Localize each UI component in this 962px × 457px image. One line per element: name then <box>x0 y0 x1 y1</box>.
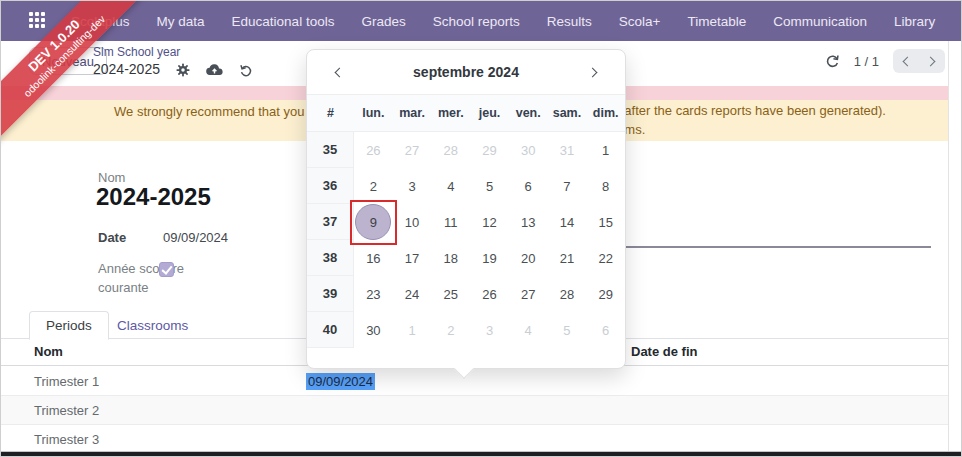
calendar-day[interactable]: 29 <box>470 132 509 168</box>
calendar-day[interactable]: 18 <box>431 240 470 276</box>
navbar-menu: ScolaplusMy dataEducational toolsGradesS… <box>71 14 962 29</box>
calendar-week-number: 36 <box>307 168 354 204</box>
date-label: Date <box>98 230 126 245</box>
calendar-day[interactable]: 8 <box>586 168 625 204</box>
calendar-week-number: 35 <box>307 132 354 168</box>
date-value[interactable]: 09/09/2024 <box>163 230 228 245</box>
calendar-day[interactable]: 21 <box>548 240 587 276</box>
calendar-day[interactable]: 29 <box>586 276 625 312</box>
calendar-day[interactable]: 17 <box>393 240 432 276</box>
nav-item-my-data[interactable]: My data <box>157 14 205 29</box>
calendar-day[interactable]: 28 <box>431 132 470 168</box>
calendar-day[interactable]: 31 <box>548 132 587 168</box>
calendar-day[interactable]: 11 <box>431 204 470 240</box>
calendar-day-selected[interactable]: 9 <box>354 204 393 240</box>
column-header-name: Nom <box>34 344 63 359</box>
gear-icon[interactable] <box>176 63 190 77</box>
calendar-week-row: 4030123456 <box>307 312 625 348</box>
calendar-day[interactable]: 14 <box>548 204 587 240</box>
calendar-day[interactable]: 6 <box>509 168 548 204</box>
nav-item-results[interactable]: Results <box>547 14 592 29</box>
undo-icon[interactable] <box>239 63 253 77</box>
column-header-end-date: Date de fin <box>631 344 697 359</box>
pager-prev-button[interactable] <box>893 49 919 73</box>
calendar-day[interactable]: 13 <box>509 204 548 240</box>
nav-item-communication[interactable]: Communication <box>773 14 867 29</box>
calendar-day[interactable]: 7 <box>548 168 587 204</box>
school-year-name[interactable]: 2024-2025 <box>96 183 211 211</box>
cloud-save-icon[interactable] <box>206 63 223 76</box>
calendar-day[interactable]: 27 <box>509 276 548 312</box>
calendar-week-row: 3816171819202122 <box>307 240 625 276</box>
calendar-day[interactable]: 2 <box>354 168 393 204</box>
calendar-month-label: septembre 2024 <box>413 64 519 80</box>
nav-item-library[interactable]: Library <box>894 14 935 29</box>
calendar-day-header: mar. <box>393 106 432 120</box>
calendar-week-number: 39 <box>307 276 354 312</box>
calendar-day[interactable]: 2 <box>431 312 470 348</box>
tab-periods[interactable]: Periods <box>29 311 109 340</box>
calendar-day[interactable]: 22 <box>586 240 625 276</box>
calendar-day[interactable]: 20 <box>509 240 548 276</box>
table-row-trimester-2[interactable]: Trimester 2 <box>1 396 950 425</box>
calendar-day[interactable]: 3 <box>393 168 432 204</box>
calendar-day[interactable]: 3 <box>470 312 509 348</box>
calendar-day[interactable]: 1 <box>586 132 625 168</box>
start-date-input-selected[interactable]: 09/09/2024 <box>306 373 375 390</box>
calendar-day[interactable]: 30 <box>509 132 548 168</box>
calendar-day[interactable]: 5 <box>548 312 587 348</box>
calendar-week-number: 40 <box>307 312 354 348</box>
calendar-week-row: 352627282930311 <box>307 132 625 168</box>
calendar-day[interactable]: 24 <box>393 276 432 312</box>
nav-item-grades[interactable]: Grades <box>361 14 405 29</box>
calendar-day[interactable]: 12 <box>470 204 509 240</box>
calendar-week-row: 362345678 <box>307 168 625 204</box>
breadcrumb: Slm School year 2024-2025 <box>93 45 253 79</box>
calendar-day[interactable]: 26 <box>470 276 509 312</box>
current-year-checkbox[interactable] <box>159 262 174 277</box>
calendar-day[interactable]: 19 <box>470 240 509 276</box>
calendar-day[interactable]: 16 <box>354 240 393 276</box>
calendar-day[interactable]: 15 <box>586 204 625 240</box>
period-name: Trimester 2 <box>34 403 99 418</box>
calendar-day[interactable]: 28 <box>548 276 587 312</box>
calendar-day[interactable]: 25 <box>431 276 470 312</box>
nav-item-educational-tools[interactable]: Educational tools <box>232 14 335 29</box>
pager-controls: 1 / 1 <box>825 49 945 73</box>
nav-item-scolaplus[interactable]: Scolaplus <box>71 14 130 29</box>
pager-next-button[interactable] <box>919 49 945 73</box>
nav-item-scola-[interactable]: Scola+ <box>619 14 661 29</box>
calendar-week-row: 379101112131415 <box>307 204 625 240</box>
calendar-day[interactable]: 6 <box>586 312 625 348</box>
nav-item-timetable[interactable]: Timetable <box>687 14 746 29</box>
table-row-trimester-3[interactable]: Trimester 3 <box>1 425 950 454</box>
calendar-day[interactable]: 30 <box>354 312 393 348</box>
calendar-day[interactable]: 26 <box>354 132 393 168</box>
current-year-label: Année scolaire courante <box>98 259 213 297</box>
calendar-day-header: ven. <box>509 106 548 120</box>
calendar-day[interactable]: 4 <box>509 312 548 348</box>
refresh-icon[interactable] <box>825 54 840 69</box>
breadcrumb-current: 2024-2025 <box>93 61 160 79</box>
apps-grid-icon[interactable] <box>29 12 47 30</box>
calendar-day[interactable]: 4 <box>431 168 470 204</box>
calendar-day-header: dim. <box>586 106 625 120</box>
calendar-day[interactable]: 10 <box>393 204 432 240</box>
calendar-next-month-button[interactable] <box>583 61 605 83</box>
date-field-underline <box>626 246 931 248</box>
calendar-day[interactable]: 1 <box>393 312 432 348</box>
breadcrumb-parent-link[interactable]: Slm School year <box>93 45 253 60</box>
calendar-day[interactable]: 27 <box>393 132 432 168</box>
calendar-week-number: 38 <box>307 240 354 276</box>
period-name: Trimester 3 <box>34 432 99 447</box>
top-navbar: ScolaplusMy dataEducational toolsGradesS… <box>1 1 962 41</box>
calendar-day[interactable]: 23 <box>354 276 393 312</box>
scrollbar-track[interactable] <box>948 41 961 453</box>
calendar-prev-month-button[interactable] <box>327 61 349 83</box>
nav-item-school-reports[interactable]: School reports <box>433 14 520 29</box>
table-row-trimester-1[interactable]: Trimester 109/09/2024 <box>1 367 950 396</box>
calendar-week-number: 37 <box>307 204 354 240</box>
calendar-day[interactable]: 5 <box>470 168 509 204</box>
tab-classrooms[interactable]: Classrooms <box>101 311 204 340</box>
calendar-week-col-header: # <box>307 106 354 120</box>
